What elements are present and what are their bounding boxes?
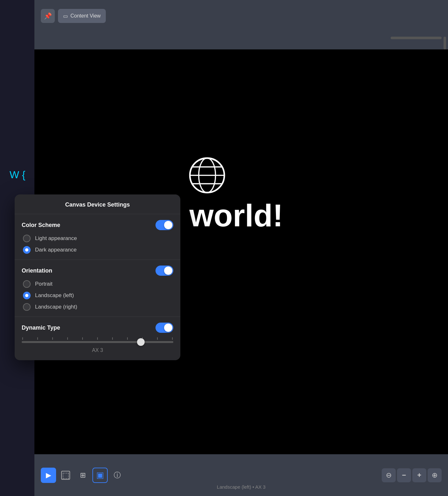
status-bar-text: Landscape (left) • AX 3 (217, 484, 266, 490)
zoom-fit-button[interactable]: ⊕ (428, 468, 442, 482)
landscape-left-option[interactable]: Landscape (left) (23, 292, 173, 299)
play-button[interactable]: ▶ (41, 468, 56, 483)
tick-1 (22, 337, 23, 340)
device-icon: ▣ (96, 470, 104, 480)
tick-2 (37, 337, 38, 340)
slider-ticks (22, 337, 173, 340)
landscape-left-label: Landscape (left) (35, 292, 74, 299)
top-bar-bg (34, 0, 448, 49)
inspect-icon: ⬚ (61, 471, 70, 480)
slider-track[interactable] (22, 341, 173, 343)
tick-8 (127, 337, 128, 340)
tick-7 (112, 337, 113, 340)
orientation-options: Portrait Landscape (left) Landscape (rig… (22, 280, 173, 311)
orientation-label: Orientation (22, 267, 52, 274)
top-bar-buttons: 📌 ▭ Content View (41, 9, 106, 23)
popup-arrow (92, 360, 103, 360)
zoom-in-icon: + (417, 471, 422, 479)
content-view-icon: ▭ (63, 13, 68, 19)
info-icon: ⓘ (114, 470, 121, 480)
left-panel-code: W { (10, 169, 25, 181)
tick-4 (67, 337, 68, 340)
scrollbar-vertical[interactable] (444, 37, 446, 49)
orientation-row: Orientation (22, 266, 173, 276)
zoom-out-more-icon: ⊖ (386, 471, 392, 479)
bottom-left-tools: ▶ ⬚ ⊞ ▣ ⓘ (41, 468, 125, 483)
play-icon: ▶ (46, 471, 51, 479)
popup-title: Canvas Device Settings (65, 201, 130, 208)
portrait-label: Portrait (35, 281, 53, 287)
zoom-controls: ⊖ − + ⊕ (382, 468, 442, 482)
pin-button[interactable]: 📌 (41, 9, 55, 23)
orientation-section: Orientation Portrait Landscape (left) La… (15, 260, 180, 317)
landscape-right-label: Landscape (right) (35, 304, 77, 310)
grid-icon: ⊞ (80, 471, 86, 479)
content-view-button[interactable]: ▭ Content View (58, 9, 106, 23)
portrait-radio[interactable] (23, 280, 31, 288)
zoom-in-button[interactable]: + (412, 468, 426, 482)
globe-icon (188, 156, 226, 196)
tick-10 (157, 337, 158, 340)
device-button[interactable]: ▣ (92, 468, 108, 483)
color-scheme-row: Color Scheme (22, 220, 173, 230)
scrollbar-horizontal[interactable] (391, 37, 442, 39)
popup-header: Canvas Device Settings (15, 194, 180, 214)
orientation-toggle[interactable] (155, 266, 173, 276)
landscape-left-radio[interactable] (23, 292, 31, 299)
portrait-option[interactable]: Portrait (23, 280, 173, 288)
grid-button[interactable]: ⊞ (75, 468, 90, 483)
info-button[interactable]: ⓘ (110, 468, 125, 483)
landscape-right-option[interactable]: Landscape (right) (23, 303, 173, 311)
dark-appearance-option[interactable]: Dark appearance (23, 246, 173, 254)
content-view-label: Content View (70, 13, 101, 19)
dynamic-type-section: Dynamic Type AX 3 (15, 317, 180, 360)
dynamic-type-row: Dynamic Type (22, 323, 173, 333)
zoom-out-button[interactable]: − (397, 468, 411, 482)
light-appearance-label: Light appearance (35, 235, 77, 242)
light-appearance-radio[interactable] (23, 235, 31, 242)
color-scheme-section: Color Scheme Light appearance Dark appea… (15, 214, 180, 260)
pin-icon: 📌 (44, 12, 52, 20)
dynamic-type-slider-container: AX 3 (22, 337, 173, 353)
canvas-device-settings-panel: Canvas Device Settings Color Scheme Ligh… (15, 194, 180, 360)
inspect-button[interactable]: ⬚ (58, 468, 73, 483)
tick-5 (82, 337, 83, 340)
zoom-out-more-button[interactable]: ⊖ (382, 468, 396, 482)
dynamic-type-label: Dynamic Type (22, 325, 60, 331)
ax-value-label: AX 3 (22, 347, 173, 353)
tick-6 (97, 337, 98, 340)
zoom-fit-icon: ⊕ (432, 471, 437, 479)
dark-appearance-radio[interactable] (23, 246, 31, 254)
zoom-out-icon: − (402, 471, 406, 479)
dark-appearance-label: Dark appearance (35, 247, 76, 253)
tick-3 (52, 337, 53, 340)
slider-thumb[interactable] (137, 338, 145, 346)
color-scheme-label: Color Scheme (22, 222, 60, 229)
tick-11 (172, 337, 173, 340)
landscape-right-radio[interactable] (23, 303, 31, 311)
light-appearance-option[interactable]: Light appearance (23, 235, 173, 242)
bottom-toolbar: ▶ ⬚ ⊞ ▣ ⓘ ⊖ − + ⊕ Landscape (left) • AX … (34, 454, 448, 496)
color-scheme-options: Light appearance Dark appearance (22, 235, 173, 254)
color-scheme-toggle[interactable] (155, 220, 173, 230)
dynamic-type-toggle[interactable] (155, 323, 173, 333)
